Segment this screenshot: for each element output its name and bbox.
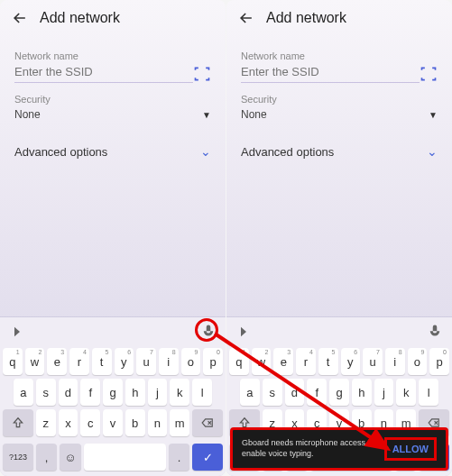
qr-scan-icon[interactable] xyxy=(193,65,211,83)
toast-message: Gboard needs microphone access to enable… xyxy=(242,438,384,459)
key-j[interactable]: j xyxy=(148,379,168,406)
key-d[interactable]: d xyxy=(285,379,305,406)
key-l[interactable]: l xyxy=(192,379,212,406)
ssid-input[interactable] xyxy=(241,65,420,83)
key-q[interactable]: q1 xyxy=(3,348,23,375)
qr-scan-icon[interactable] xyxy=(420,65,438,83)
key-t[interactable]: t5 xyxy=(318,348,338,375)
key-r[interactable]: r4 xyxy=(69,348,89,375)
chevron-down-icon: ⌄ xyxy=(427,144,438,159)
header: Add network xyxy=(226,0,452,36)
form: Network name Security None ▼ Advanced op… xyxy=(0,36,226,166)
header: Add network xyxy=(0,0,226,36)
key-u[interactable]: u7 xyxy=(136,348,156,375)
key-a[interactable]: a xyxy=(240,379,260,406)
key-f[interactable]: f xyxy=(80,379,100,406)
enter-key[interactable]: ✓ xyxy=(192,444,223,471)
key-h[interactable]: h xyxy=(125,379,145,406)
form: Network name Security None ▼ Advanced op… xyxy=(226,36,452,166)
key-k[interactable]: k xyxy=(396,379,416,406)
key-g[interactable]: g xyxy=(329,379,349,406)
key-o[interactable]: o9 xyxy=(408,348,428,375)
key-p[interactable]: p0 xyxy=(203,348,223,375)
key-z[interactable]: z xyxy=(36,409,56,436)
dropdown-arrow-icon: ▼ xyxy=(202,110,211,120)
key-l[interactable]: l xyxy=(419,379,438,406)
backspace-key[interactable] xyxy=(192,409,223,436)
key-e[interactable]: e3 xyxy=(47,348,67,375)
key-s[interactable]: s xyxy=(263,379,282,406)
security-dropdown[interactable]: None ▼ xyxy=(14,108,211,126)
key-b[interactable]: b xyxy=(125,409,145,436)
key-k[interactable]: k xyxy=(170,379,189,406)
chevron-down-icon: ⌄ xyxy=(200,144,211,159)
key-a[interactable]: a xyxy=(14,379,33,406)
key-q[interactable]: q1 xyxy=(229,348,249,375)
key-p[interactable]: p0 xyxy=(429,348,449,375)
permission-toast: Gboard needs microphone access to enable… xyxy=(230,427,448,471)
mic-icon[interactable] xyxy=(427,324,443,340)
dropdown-arrow-icon: ▼ xyxy=(429,110,438,120)
arrow-right-icon[interactable] xyxy=(9,324,25,340)
key-y[interactable]: y6 xyxy=(341,348,361,375)
key-h[interactable]: h xyxy=(352,379,372,406)
key-g[interactable]: g xyxy=(103,379,123,406)
key-s[interactable]: s xyxy=(36,379,56,406)
advanced-options-toggle[interactable]: Advanced options ⌄ xyxy=(14,144,211,159)
key-w[interactable]: w2 xyxy=(25,348,45,375)
key-u[interactable]: u7 xyxy=(363,348,383,375)
space-key[interactable] xyxy=(84,444,166,471)
key-v[interactable]: v xyxy=(103,409,123,436)
key-m[interactable]: m xyxy=(170,409,189,436)
key-t[interactable]: t5 xyxy=(92,348,112,375)
key-i[interactable]: i8 xyxy=(159,348,179,375)
back-arrow-icon[interactable] xyxy=(237,9,255,27)
key-r[interactable]: r4 xyxy=(296,348,316,375)
advanced-label: Advanced options xyxy=(241,145,334,159)
network-name-label: Network name xyxy=(241,50,438,61)
key-f[interactable]: f xyxy=(307,379,327,406)
key-x[interactable]: x xyxy=(59,409,78,436)
key-n[interactable]: n xyxy=(148,409,168,436)
shift-key[interactable] xyxy=(3,409,33,436)
arrow-right-icon[interactable] xyxy=(235,324,252,340)
mic-icon[interactable] xyxy=(200,324,217,340)
network-name-label: Network name xyxy=(14,50,211,61)
security-label: Security xyxy=(241,94,438,105)
phone-left: Add network Network name Security None ▼… xyxy=(0,0,226,476)
key-y[interactable]: y6 xyxy=(115,348,134,375)
page-title: Add network xyxy=(266,10,346,26)
symbols-key[interactable]: ?123 xyxy=(3,444,33,471)
key-j[interactable]: j xyxy=(374,379,394,406)
phone-right: Add network Network name Security None ▼… xyxy=(226,0,452,476)
period-key[interactable]: . xyxy=(169,444,189,471)
emoji-key[interactable]: ☺ xyxy=(60,444,80,471)
key-i[interactable]: i8 xyxy=(385,348,405,375)
key-d[interactable]: d xyxy=(59,379,78,406)
key-o[interactable]: o9 xyxy=(181,348,201,375)
allow-button[interactable]: ALLOW xyxy=(384,437,437,461)
ssid-input[interactable] xyxy=(14,65,193,83)
advanced-label: Advanced options xyxy=(14,145,107,159)
keyboard: q1w2e3r4t5y6u7i8o9p0 asdfghjkl zxcvbnm ?… xyxy=(0,316,226,476)
key-e[interactable]: e3 xyxy=(273,348,293,375)
back-arrow-icon[interactable] xyxy=(11,9,29,27)
security-value: None xyxy=(14,108,41,121)
security-label: Security xyxy=(14,94,211,105)
comma-key[interactable]: , xyxy=(36,444,57,471)
key-w[interactable]: w2 xyxy=(252,348,272,375)
security-value: None xyxy=(241,108,267,121)
advanced-options-toggle[interactable]: Advanced options ⌄ xyxy=(241,144,438,159)
security-dropdown[interactable]: None ▼ xyxy=(241,108,438,126)
page-title: Add network xyxy=(40,10,120,26)
key-c[interactable]: c xyxy=(80,409,100,436)
